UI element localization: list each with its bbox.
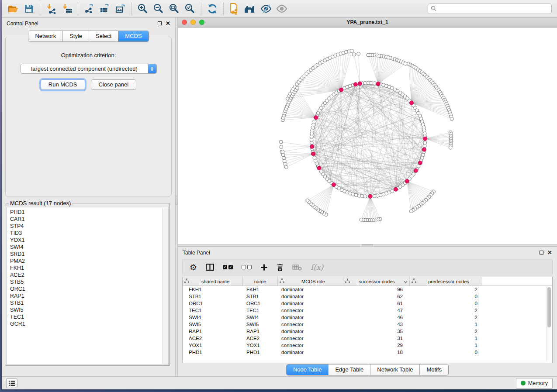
task-history-icon[interactable] xyxy=(6,378,17,388)
mcds-result-item[interactable]: RAP1 xyxy=(10,292,168,299)
splitter-handle[interactable] xyxy=(362,244,373,246)
table-cell: 29 xyxy=(343,343,410,348)
window-close-traffic-light[interactable] xyxy=(182,20,187,25)
memory-button[interactable]: Memory xyxy=(516,378,553,389)
first-neighbors-icon[interactable] xyxy=(242,2,258,16)
network-canvas[interactable] xyxy=(178,28,557,244)
zoom-in-icon[interactable] xyxy=(135,2,151,16)
horizontal-splitter[interactable] xyxy=(178,244,557,247)
tab-network[interactable]: Network xyxy=(28,31,63,41)
column-header-shared-name[interactable]: shared name xyxy=(183,277,243,285)
save-session-icon[interactable] xyxy=(21,2,37,16)
table-tab-motifs[interactable]: Motifs xyxy=(420,364,448,375)
zoom-out-icon[interactable] xyxy=(151,2,166,16)
open-file-icon[interactable] xyxy=(5,2,21,16)
table-tab-node-table[interactable]: Node Table xyxy=(287,364,329,375)
table-options-gear-icon[interactable]: ⚙ xyxy=(190,263,197,272)
mcds-result-item[interactable]: YOX1 xyxy=(10,237,168,244)
export-table-icon[interactable] xyxy=(97,2,113,16)
table-row[interactable]: FKH1FKH1dominator962 xyxy=(183,286,552,293)
table-row[interactable]: TEC1TEC1connector472 xyxy=(183,307,552,314)
column-header-predecessor-nodes[interactable]: predecessor nodes xyxy=(410,277,482,285)
mcds-list-scrollbar[interactable] xyxy=(162,208,168,364)
mcds-result-item[interactable]: STB5 xyxy=(10,279,168,285)
close-panel-icon[interactable]: ✕ xyxy=(547,251,552,255)
table-cell: dominator xyxy=(278,329,343,334)
table-cell: YOX1 xyxy=(243,343,278,348)
mcds-result-item[interactable]: PMA2 xyxy=(10,258,168,265)
table-row[interactable]: YOX1YOX1connector291 xyxy=(183,342,552,349)
table-cell: 46 xyxy=(343,315,410,320)
mcds-result-list: PHD1CAR1STP4TID3YOX1SWI4SRD1PMA2FKH1ACE2… xyxy=(7,207,169,365)
sort-chevron-icon[interactable] xyxy=(404,279,408,284)
table-row[interactable]: SWI5SWI5connector431 xyxy=(183,321,552,328)
window-zoom-traffic-light[interactable] xyxy=(199,20,204,25)
add-column-icon[interactable] xyxy=(260,264,268,271)
optimization-criterion-dropdown[interactable]: largest connected component (undirected) xyxy=(21,64,157,74)
mcds-result-item[interactable]: FKH1 xyxy=(10,265,168,272)
mcds-result-item[interactable]: GCR1 xyxy=(10,320,168,327)
column-header-name[interactable]: name xyxy=(243,277,278,285)
table-cell: FKH1 xyxy=(243,287,278,292)
table-row[interactable]: ORC1ORC1dominator610 xyxy=(183,300,552,307)
mcds-result-item[interactable]: ORC1 xyxy=(10,285,168,292)
network-graph[interactable] xyxy=(178,28,557,244)
import-network-icon[interactable] xyxy=(43,2,59,16)
table-tab-edge-table[interactable]: Edge Table xyxy=(329,364,370,375)
tab-style[interactable]: Style xyxy=(63,31,89,41)
table-cell: ORC1 xyxy=(243,301,278,306)
tab-mcds[interactable]: MCDS xyxy=(118,31,148,41)
table-tab-network-table[interactable]: Network Table xyxy=(370,364,420,375)
zoom-selected-icon[interactable] xyxy=(182,2,198,16)
hide-selected-icon[interactable] xyxy=(258,2,274,16)
show-all-icon[interactable] xyxy=(274,2,290,16)
float-panel-icon[interactable] xyxy=(540,251,543,254)
column-header-successor-nodes[interactable]: successor nodes xyxy=(343,277,410,285)
export-network-icon[interactable] xyxy=(81,2,97,16)
mcds-result-item[interactable]: SWI5 xyxy=(10,306,168,313)
column-header-MCDS-role[interactable]: MCDS role xyxy=(278,277,343,285)
select-all-rows-icon[interactable]: ✓✓ xyxy=(223,265,233,269)
window-minimize-traffic-light[interactable] xyxy=(190,20,196,25)
dropdown-stepper-icon[interactable] xyxy=(148,64,156,73)
table-body: FKH1FKH1dominator962STB1STB1dominator620… xyxy=(183,286,552,356)
mcds-result-item[interactable]: STP4 xyxy=(10,223,168,230)
table-cell: 2 xyxy=(410,308,482,313)
mcds-result-item[interactable]: SRD1 xyxy=(10,251,168,258)
mcds-result-item[interactable]: TEC1 xyxy=(10,313,168,320)
float-panel-icon[interactable] xyxy=(158,21,162,25)
scrollbar-thumb[interactable] xyxy=(547,287,551,327)
mcds-result-item[interactable]: SWI4 xyxy=(10,244,168,251)
tab-select[interactable]: Select xyxy=(89,31,118,41)
mcds-result-item[interactable]: STB1 xyxy=(10,299,168,306)
node-table: shared namenameMCDS rolesuccessor nodesp… xyxy=(182,277,553,363)
network-window-titlebar[interactable]: YPA_prune.txt_1 xyxy=(178,17,557,28)
delete-column-icon[interactable] xyxy=(277,263,284,271)
table-row[interactable]: RAP1RAP1dominator352 xyxy=(183,328,552,335)
close-panel-button[interactable]: Close panel xyxy=(91,79,137,90)
run-mcds-button[interactable]: Run MCDS xyxy=(41,79,85,90)
mcds-result-item[interactable]: ACE2 xyxy=(10,272,168,279)
close-panel-icon[interactable]: ✕ xyxy=(166,21,170,26)
table-cell: PHD1 xyxy=(243,350,278,355)
import-table-icon[interactable] xyxy=(59,2,75,16)
refresh-network-icon[interactable] xyxy=(204,2,220,16)
clone-network-icon[interactable] xyxy=(227,2,242,16)
table-row[interactable]: SWI4SWI4dominator462 xyxy=(183,314,552,321)
table-row[interactable]: PHD1PHD1dominator180 xyxy=(183,349,552,356)
table-cell: 61 xyxy=(343,301,410,306)
deselect-all-rows-icon[interactable] xyxy=(242,265,252,269)
zoom-fit-icon[interactable] xyxy=(166,2,182,16)
table-row[interactable]: ACE2ACE2connector311 xyxy=(183,335,552,342)
mcds-result-item[interactable]: TID3 xyxy=(10,230,168,237)
table-cell: RAP1 xyxy=(243,329,278,334)
splitter-handle[interactable] xyxy=(176,196,177,205)
table-toolbar: ⚙ ✓✓ f(x) xyxy=(182,259,553,275)
table-scrollbar[interactable] xyxy=(546,287,551,362)
mcds-result-item[interactable]: CAR1 xyxy=(10,216,168,223)
show-column-panel-icon[interactable] xyxy=(206,264,214,271)
export-image-icon[interactable] xyxy=(113,2,128,16)
table-row[interactable]: STB1STB1dominator620 xyxy=(183,293,552,300)
mcds-result-item[interactable]: PHD1 xyxy=(10,209,168,216)
search-input[interactable] xyxy=(439,6,549,12)
